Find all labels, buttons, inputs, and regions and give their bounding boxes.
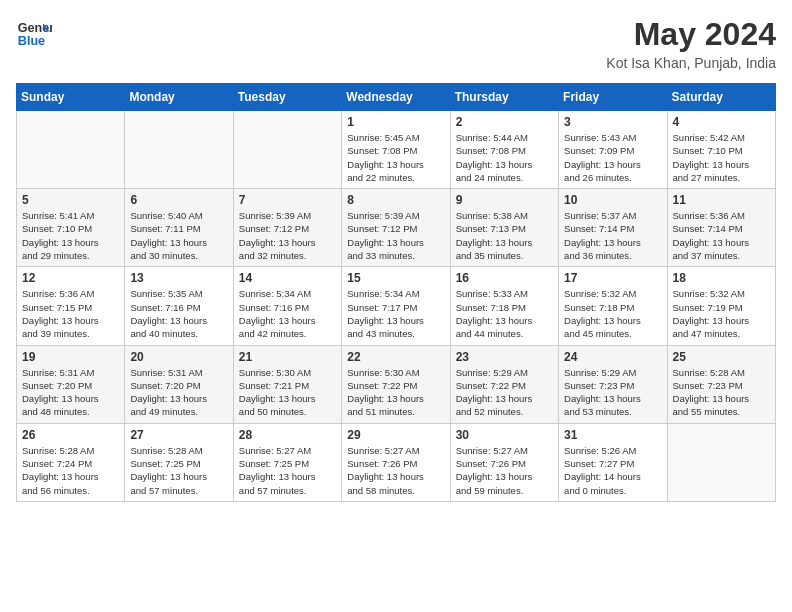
day-info: Sunrise: 5:37 AM Sunset: 7:14 PM Dayligh… bbox=[564, 209, 661, 262]
header: General Blue May 2024 Kot Isa Khan, Punj… bbox=[16, 16, 776, 71]
day-cell: 5Sunrise: 5:41 AM Sunset: 7:10 PM Daylig… bbox=[17, 189, 125, 267]
day-number: 12 bbox=[22, 271, 119, 285]
day-cell: 19Sunrise: 5:31 AM Sunset: 7:20 PM Dayli… bbox=[17, 345, 125, 423]
week-row: 1Sunrise: 5:45 AM Sunset: 7:08 PM Daylig… bbox=[17, 111, 776, 189]
day-cell: 31Sunrise: 5:26 AM Sunset: 7:27 PM Dayli… bbox=[559, 423, 667, 501]
day-cell: 3Sunrise: 5:43 AM Sunset: 7:09 PM Daylig… bbox=[559, 111, 667, 189]
month-title: May 2024 bbox=[606, 16, 776, 53]
weekday-header: Saturday bbox=[667, 84, 775, 111]
day-number: 25 bbox=[673, 350, 770, 364]
day-number: 30 bbox=[456, 428, 553, 442]
day-number: 7 bbox=[239, 193, 336, 207]
week-row: 19Sunrise: 5:31 AM Sunset: 7:20 PM Dayli… bbox=[17, 345, 776, 423]
weekday-header: Wednesday bbox=[342, 84, 450, 111]
day-cell: 28Sunrise: 5:27 AM Sunset: 7:25 PM Dayli… bbox=[233, 423, 341, 501]
week-row: 12Sunrise: 5:36 AM Sunset: 7:15 PM Dayli… bbox=[17, 267, 776, 345]
day-number: 10 bbox=[564, 193, 661, 207]
day-cell: 6Sunrise: 5:40 AM Sunset: 7:11 PM Daylig… bbox=[125, 189, 233, 267]
day-cell: 12Sunrise: 5:36 AM Sunset: 7:15 PM Dayli… bbox=[17, 267, 125, 345]
day-info: Sunrise: 5:32 AM Sunset: 7:18 PM Dayligh… bbox=[564, 287, 661, 340]
day-info: Sunrise: 5:31 AM Sunset: 7:20 PM Dayligh… bbox=[22, 366, 119, 419]
day-cell bbox=[667, 423, 775, 501]
day-number: 18 bbox=[673, 271, 770, 285]
day-number: 4 bbox=[673, 115, 770, 129]
day-number: 20 bbox=[130, 350, 227, 364]
day-number: 11 bbox=[673, 193, 770, 207]
day-cell: 25Sunrise: 5:28 AM Sunset: 7:23 PM Dayli… bbox=[667, 345, 775, 423]
day-cell: 15Sunrise: 5:34 AM Sunset: 7:17 PM Dayli… bbox=[342, 267, 450, 345]
day-cell bbox=[17, 111, 125, 189]
day-cell: 17Sunrise: 5:32 AM Sunset: 7:18 PM Dayli… bbox=[559, 267, 667, 345]
day-info: Sunrise: 5:35 AM Sunset: 7:16 PM Dayligh… bbox=[130, 287, 227, 340]
day-number: 29 bbox=[347, 428, 444, 442]
day-info: Sunrise: 5:30 AM Sunset: 7:21 PM Dayligh… bbox=[239, 366, 336, 419]
day-number: 13 bbox=[130, 271, 227, 285]
day-cell: 8Sunrise: 5:39 AM Sunset: 7:12 PM Daylig… bbox=[342, 189, 450, 267]
logo: General Blue bbox=[16, 16, 52, 52]
day-cell: 30Sunrise: 5:27 AM Sunset: 7:26 PM Dayli… bbox=[450, 423, 558, 501]
day-number: 26 bbox=[22, 428, 119, 442]
day-number: 9 bbox=[456, 193, 553, 207]
day-info: Sunrise: 5:41 AM Sunset: 7:10 PM Dayligh… bbox=[22, 209, 119, 262]
day-info: Sunrise: 5:34 AM Sunset: 7:16 PM Dayligh… bbox=[239, 287, 336, 340]
day-cell: 29Sunrise: 5:27 AM Sunset: 7:26 PM Dayli… bbox=[342, 423, 450, 501]
day-number: 14 bbox=[239, 271, 336, 285]
day-info: Sunrise: 5:29 AM Sunset: 7:22 PM Dayligh… bbox=[456, 366, 553, 419]
day-number: 1 bbox=[347, 115, 444, 129]
week-row: 5Sunrise: 5:41 AM Sunset: 7:10 PM Daylig… bbox=[17, 189, 776, 267]
day-number: 21 bbox=[239, 350, 336, 364]
day-cell: 13Sunrise: 5:35 AM Sunset: 7:16 PM Dayli… bbox=[125, 267, 233, 345]
day-cell bbox=[125, 111, 233, 189]
day-info: Sunrise: 5:31 AM Sunset: 7:20 PM Dayligh… bbox=[130, 366, 227, 419]
day-number: 24 bbox=[564, 350, 661, 364]
day-number: 31 bbox=[564, 428, 661, 442]
day-cell: 11Sunrise: 5:36 AM Sunset: 7:14 PM Dayli… bbox=[667, 189, 775, 267]
day-number: 2 bbox=[456, 115, 553, 129]
day-info: Sunrise: 5:29 AM Sunset: 7:23 PM Dayligh… bbox=[564, 366, 661, 419]
day-info: Sunrise: 5:27 AM Sunset: 7:26 PM Dayligh… bbox=[347, 444, 444, 497]
weekday-header: Sunday bbox=[17, 84, 125, 111]
weekday-header-row: SundayMondayTuesdayWednesdayThursdayFrid… bbox=[17, 84, 776, 111]
weekday-header: Monday bbox=[125, 84, 233, 111]
day-info: Sunrise: 5:36 AM Sunset: 7:15 PM Dayligh… bbox=[22, 287, 119, 340]
day-cell: 20Sunrise: 5:31 AM Sunset: 7:20 PM Dayli… bbox=[125, 345, 233, 423]
weekday-header: Tuesday bbox=[233, 84, 341, 111]
day-cell: 14Sunrise: 5:34 AM Sunset: 7:16 PM Dayli… bbox=[233, 267, 341, 345]
day-number: 17 bbox=[564, 271, 661, 285]
day-number: 22 bbox=[347, 350, 444, 364]
day-info: Sunrise: 5:28 AM Sunset: 7:24 PM Dayligh… bbox=[22, 444, 119, 497]
day-number: 19 bbox=[22, 350, 119, 364]
day-number: 3 bbox=[564, 115, 661, 129]
day-cell: 9Sunrise: 5:38 AM Sunset: 7:13 PM Daylig… bbox=[450, 189, 558, 267]
day-info: Sunrise: 5:28 AM Sunset: 7:23 PM Dayligh… bbox=[673, 366, 770, 419]
day-info: Sunrise: 5:26 AM Sunset: 7:27 PM Dayligh… bbox=[564, 444, 661, 497]
day-info: Sunrise: 5:40 AM Sunset: 7:11 PM Dayligh… bbox=[130, 209, 227, 262]
day-info: Sunrise: 5:27 AM Sunset: 7:26 PM Dayligh… bbox=[456, 444, 553, 497]
day-info: Sunrise: 5:38 AM Sunset: 7:13 PM Dayligh… bbox=[456, 209, 553, 262]
day-cell: 4Sunrise: 5:42 AM Sunset: 7:10 PM Daylig… bbox=[667, 111, 775, 189]
day-info: Sunrise: 5:43 AM Sunset: 7:09 PM Dayligh… bbox=[564, 131, 661, 184]
day-cell: 18Sunrise: 5:32 AM Sunset: 7:19 PM Dayli… bbox=[667, 267, 775, 345]
day-cell: 24Sunrise: 5:29 AM Sunset: 7:23 PM Dayli… bbox=[559, 345, 667, 423]
day-info: Sunrise: 5:33 AM Sunset: 7:18 PM Dayligh… bbox=[456, 287, 553, 340]
day-cell: 27Sunrise: 5:28 AM Sunset: 7:25 PM Dayli… bbox=[125, 423, 233, 501]
day-cell: 7Sunrise: 5:39 AM Sunset: 7:12 PM Daylig… bbox=[233, 189, 341, 267]
day-info: Sunrise: 5:39 AM Sunset: 7:12 PM Dayligh… bbox=[239, 209, 336, 262]
day-info: Sunrise: 5:42 AM Sunset: 7:10 PM Dayligh… bbox=[673, 131, 770, 184]
day-number: 8 bbox=[347, 193, 444, 207]
day-cell: 26Sunrise: 5:28 AM Sunset: 7:24 PM Dayli… bbox=[17, 423, 125, 501]
weekday-header: Thursday bbox=[450, 84, 558, 111]
day-cell bbox=[233, 111, 341, 189]
day-info: Sunrise: 5:45 AM Sunset: 7:08 PM Dayligh… bbox=[347, 131, 444, 184]
day-info: Sunrise: 5:36 AM Sunset: 7:14 PM Dayligh… bbox=[673, 209, 770, 262]
calendar: SundayMondayTuesdayWednesdayThursdayFrid… bbox=[16, 83, 776, 502]
day-cell: 23Sunrise: 5:29 AM Sunset: 7:22 PM Dayli… bbox=[450, 345, 558, 423]
day-number: 28 bbox=[239, 428, 336, 442]
day-info: Sunrise: 5:28 AM Sunset: 7:25 PM Dayligh… bbox=[130, 444, 227, 497]
day-number: 6 bbox=[130, 193, 227, 207]
weekday-header: Friday bbox=[559, 84, 667, 111]
day-cell: 10Sunrise: 5:37 AM Sunset: 7:14 PM Dayli… bbox=[559, 189, 667, 267]
day-info: Sunrise: 5:39 AM Sunset: 7:12 PM Dayligh… bbox=[347, 209, 444, 262]
title-area: May 2024 Kot Isa Khan, Punjab, India bbox=[606, 16, 776, 71]
location: Kot Isa Khan, Punjab, India bbox=[606, 55, 776, 71]
